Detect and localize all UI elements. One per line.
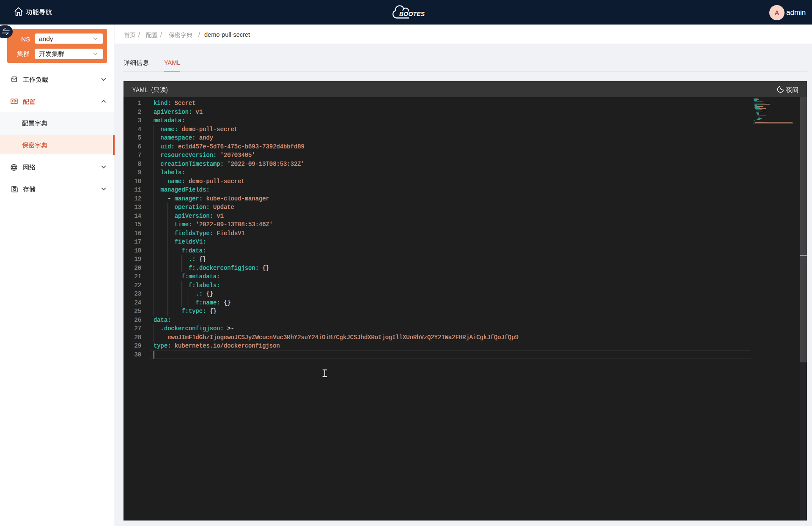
svg-text:BOOTES: BOOTES bbox=[399, 11, 425, 17]
